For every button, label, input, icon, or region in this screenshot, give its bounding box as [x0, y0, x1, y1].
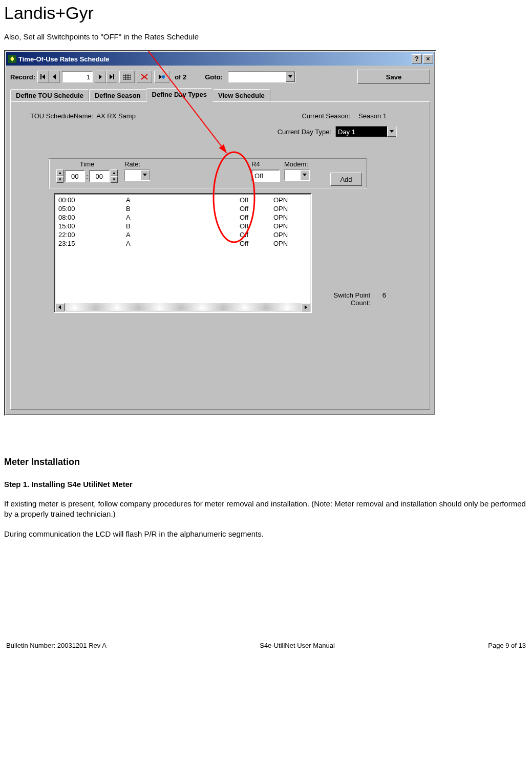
tab-define-season[interactable]: Define Season [89, 89, 146, 101]
record-number-input[interactable]: 1 [62, 71, 93, 82]
current-daytype-label: Current Day Type: [278, 128, 331, 136]
horizontal-scrollbar[interactable] [55, 303, 310, 311]
grid-icon-button[interactable] [119, 71, 135, 83]
help-button[interactable]: ? [412, 54, 422, 63]
time-mm-spinner[interactable]: ▲▼ [111, 169, 118, 183]
scroll-right-icon[interactable] [301, 303, 310, 311]
r4-input[interactable]: Off [251, 169, 280, 182]
prev-record-button[interactable] [49, 71, 60, 83]
switchpoint-listbox[interactable]: 00:00AOffOPN05:00BOffOPN08:00AOffOPN15:0… [54, 193, 312, 313]
body-paragraph-1: If existing meter is present, follow com… [4, 499, 528, 520]
chevron-down-icon[interactable] [286, 72, 295, 82]
switchpoint-count-area: Switch Point Count: 6 [334, 291, 386, 307]
intro-paragraph: Also, Set all Switchpoints to "OFF" in t… [4, 32, 528, 41]
time-colon: : [86, 173, 88, 180]
close-button[interactable]: × [423, 54, 433, 63]
svg-marker-20 [390, 130, 394, 133]
list-item[interactable]: 22:00AOffOPN [58, 230, 310, 239]
switchpoint-input-group: Time ▲▼ 00 : 00 ▲▼ Rate: [49, 158, 367, 189]
time-hh-spinner[interactable]: ▲▼ [56, 169, 63, 183]
tab-define-day-types[interactable]: Define Day Types [146, 88, 212, 102]
section-heading: Meter Installation [4, 457, 528, 468]
svg-marker-14 [159, 74, 162, 79]
tab-strip: Define TOU Schedule Define Season Define… [6, 88, 434, 101]
time-hh-input[interactable]: 00 [65, 170, 85, 182]
tab-define-tou-schedule[interactable]: Define TOU Schedule [10, 89, 89, 101]
goto-combo[interactable] [228, 71, 295, 82]
save-button[interactable]: Save [357, 70, 430, 84]
svg-marker-24 [305, 305, 307, 309]
dialog-window: Time-Of-Use Rates Schedule ? × Record: 1… [4, 50, 436, 416]
schedule-name-label: TOU ScheduleName: [30, 112, 93, 120]
delete-record-button[interactable] [137, 71, 152, 83]
next-record-button[interactable] [95, 71, 106, 83]
list-item[interactable]: 15:00BOffOPN [58, 222, 310, 230]
body-paragraph-2: During communication the LCD will flash … [4, 529, 528, 539]
record-total-label: of 2 [175, 73, 186, 81]
switchpoint-count-value: 6 [382, 291, 386, 299]
current-season-value: Season 1 [358, 112, 387, 120]
footer-center: S4e-UtiliNet User Manual [260, 642, 335, 649]
schedule-name-value: AX RX Samp [96, 112, 136, 120]
record-toolbar: Record: 1 of 2 Goto: Save [6, 66, 434, 88]
chevron-down-icon[interactable] [140, 170, 150, 180]
scroll-left-icon[interactable] [55, 303, 65, 311]
svg-rect-1 [40, 74, 41, 79]
brand-header: Landis+Gyr [4, 3, 528, 23]
tab-view-schedule[interactable]: View Schedule [212, 89, 270, 101]
svg-marker-19 [288, 75, 292, 78]
list-item[interactable]: 08:00AOffOPN [58, 213, 310, 222]
svg-marker-21 [143, 174, 147, 176]
switchpoint-count-label: Switch Point Count: [334, 291, 371, 307]
new-record-button[interactable] [154, 71, 169, 83]
svg-marker-22 [303, 174, 307, 176]
window-title: Time-Of-Use Rates Schedule [18, 55, 412, 63]
list-item[interactable]: 23:15AOffOPN [58, 239, 310, 248]
add-button[interactable]: Add [330, 173, 362, 186]
app-icon [8, 55, 16, 63]
page-footer: Bulletin Number: 20031201 Rev A S4e-Util… [4, 642, 528, 649]
svg-marker-5 [110, 74, 113, 79]
footer-left: Bulletin Number: 20031201 Rev A [6, 642, 107, 649]
time-column-label: Time [80, 160, 94, 168]
current-season-label: Current Season: [302, 112, 350, 120]
svg-marker-4 [99, 74, 102, 79]
svg-marker-2 [42, 74, 45, 79]
step-heading: Step 1. Installing S4e UtiliNet Meter [4, 480, 528, 489]
chevron-down-icon[interactable] [387, 126, 396, 137]
r4-column-label: R4 [251, 160, 260, 168]
svg-marker-3 [53, 74, 56, 79]
rate-column-label: Rate: [124, 160, 140, 168]
first-record-button[interactable] [37, 71, 49, 83]
svg-rect-6 [113, 74, 114, 79]
modem-combo[interactable] [284, 169, 310, 181]
time-mm-input[interactable]: 00 [89, 170, 110, 182]
modem-column-label: Modem: [284, 160, 308, 168]
svg-rect-7 [123, 74, 131, 80]
tab-page-define-day-types: TOU ScheduleName: AX RX Samp Current Sea… [10, 101, 430, 410]
record-label: Record: [10, 73, 35, 81]
list-item[interactable]: 05:00BOffOPN [58, 204, 310, 213]
list-item[interactable]: 00:00AOffOPN [58, 196, 310, 204]
goto-label: Goto: [205, 73, 223, 81]
rate-combo[interactable] [124, 169, 150, 181]
last-record-button[interactable] [106, 71, 117, 83]
titlebar: Time-Of-Use Rates Schedule ? × [6, 52, 434, 66]
current-daytype-combo[interactable]: Day 1 [335, 126, 397, 137]
footer-right: Page 9 of 13 [488, 642, 526, 649]
svg-marker-23 [58, 305, 61, 309]
chevron-down-icon[interactable] [300, 170, 309, 180]
